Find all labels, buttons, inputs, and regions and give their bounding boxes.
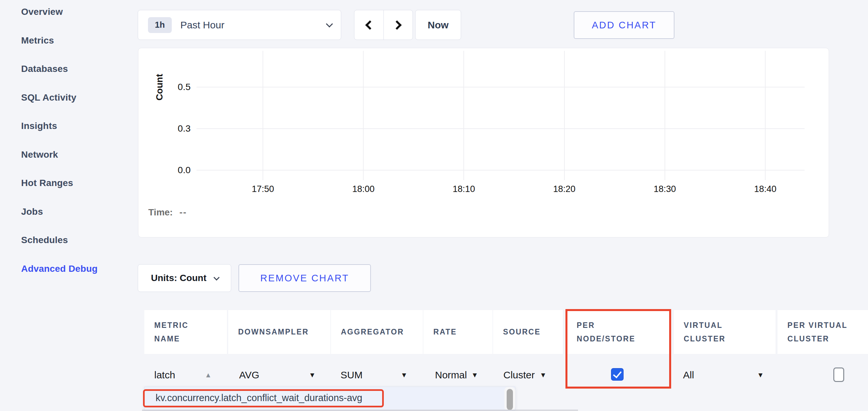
metric-table-header-cell: VIRTUAL CLUSTER	[674, 310, 776, 354]
sidebar-item[interactable]: SQL Activity	[21, 83, 130, 112]
y-tick-label: 0.3	[171, 123, 191, 134]
sidebar-item[interactable]: Metrics	[21, 26, 130, 55]
time-next-button[interactable]	[383, 10, 413, 40]
sidebar-item-label: Advanced Debug	[21, 264, 98, 274]
sidebar-item-label: Metrics	[21, 35, 54, 46]
triangle-down-icon[interactable]: ▼	[757, 371, 764, 378]
y-tick-label: 0.5	[171, 82, 191, 92]
custom-chart-panel[interactable]: Count 0.5 0.3 0.0	[138, 48, 829, 238]
x-tick-label: 17:50	[252, 184, 274, 194]
sidebar-item-label: Network	[21, 149, 58, 160]
sidebar-item[interactable]: Advanced Debug	[21, 255, 130, 283]
virtual-cluster-select[interactable]: All	[683, 370, 694, 381]
metric-table-header-cell: METRIC NAME	[144, 310, 227, 354]
header-label: METRIC NAME	[154, 319, 207, 345]
vertical-gridline	[262, 51, 263, 180]
sidebar-item-label: Schedules	[21, 235, 68, 245]
time-prev-button[interactable]	[354, 10, 383, 40]
units-label: Units: Count	[151, 273, 207, 283]
vertical-gridline	[765, 51, 766, 180]
sidebar-item-label: Jobs	[21, 206, 43, 217]
header-label: AGGREGATOR	[341, 325, 423, 338]
chevron-right-icon	[392, 20, 402, 29]
dropdown-scrollbar-thumb[interactable]	[507, 389, 513, 410]
annotation-box-per-node-store	[565, 309, 671, 388]
x-tick-label: 18:30	[654, 184, 676, 194]
sidebar-item[interactable]: Jobs	[21, 198, 130, 226]
sidebar-item-label: Hot Ranges	[21, 178, 73, 189]
metric-table-header-cell: AGGREGATOR	[331, 310, 423, 354]
header-label: SOURCE	[503, 325, 563, 338]
triangle-down-icon[interactable]: ▼	[401, 371, 408, 378]
advanced-debug-custom-chart-page: Overview Metrics Databases SQL Activity …	[0, 0, 868, 411]
metric-table-header-cell: RATE	[424, 310, 492, 354]
header-label: RATE	[433, 325, 492, 338]
sidebar-item-label: Databases	[21, 64, 68, 74]
sidebar-item-label: Overview	[21, 7, 63, 17]
metric-table-header-cell: PER VIRTUAL CLUSTER	[777, 310, 868, 354]
sidebar-item-label: SQL Activity	[21, 92, 76, 103]
triangle-down-icon[interactable]: ▼	[540, 371, 547, 378]
time-value: --	[179, 207, 187, 217]
time-range-dropdown[interactable]: 1h Past Hour	[138, 10, 341, 40]
sidebar-item[interactable]: Schedules	[21, 226, 130, 255]
time-range-label: Past Hour	[180, 20, 224, 31]
sidebar-item[interactable]: Databases	[21, 55, 130, 83]
x-axis-ticks: 17:50 18:00 18:10 18:20	[263, 51, 765, 180]
time-range-badge: 1h	[148, 17, 172, 33]
metric-table-header-cell: SOURCE	[493, 310, 563, 354]
x-tick-label: 18:20	[553, 184, 576, 194]
dropdown-next-item-edge	[142, 410, 578, 411]
add-chart-button[interactable]: ADD CHART	[574, 11, 675, 39]
annotation-box-suggestion	[143, 389, 384, 407]
vertical-gridline	[664, 51, 665, 180]
y-axis-title: Count	[154, 74, 165, 101]
x-tick-label: 18:40	[754, 184, 776, 194]
sidebar: Overview Metrics Databases SQL Activity …	[21, 0, 130, 283]
vertical-gridline	[463, 51, 464, 180]
header-label: VIRTUAL CLUSTER	[684, 319, 750, 345]
sidebar-item[interactable]: Overview	[21, 0, 130, 26]
chevron-down-icon	[326, 21, 333, 27]
x-tick-label: 18:10	[453, 184, 475, 194]
time-label: Time:	[148, 207, 173, 217]
aggregator-select[interactable]: SUM	[341, 370, 363, 381]
triangle-down-icon[interactable]: ▼	[471, 371, 478, 378]
chevron-down-icon	[213, 274, 219, 280]
sidebar-item[interactable]: Hot Ranges	[21, 169, 130, 198]
metric-table-header-cell: DOWNSAMPLER	[228, 310, 330, 354]
triangle-down-icon[interactable]: ▼	[309, 371, 316, 378]
metric-name-input[interactable]: latch	[154, 370, 175, 381]
x-tick-label: 18:00	[352, 184, 375, 194]
vertical-gridline	[564, 51, 565, 180]
sidebar-item-label: Insights	[21, 121, 57, 131]
sidebar-item[interactable]: Network	[21, 140, 130, 169]
triangle-up-icon[interactable]: ▲	[205, 371, 212, 378]
units-dropdown[interactable]: Units: Count	[138, 264, 231, 292]
now-button[interactable]: Now	[415, 10, 461, 40]
remove-chart-button[interactable]: REMOVE CHART	[239, 264, 371, 292]
sidebar-item[interactable]: Insights	[21, 112, 130, 140]
hover-time-readout: Time:--	[148, 207, 187, 218]
header-label: DOWNSAMPLER	[238, 325, 330, 338]
header-label: PER VIRTUAL CLUSTER	[787, 319, 868, 345]
chevron-left-icon	[365, 20, 375, 29]
vertical-gridline	[363, 51, 364, 180]
y-tick-label: 0.0	[171, 165, 191, 175]
time-step-buttons	[354, 10, 413, 40]
per-virtual-cluster-checkbox[interactable]	[833, 368, 844, 382]
rate-select[interactable]: Normal	[435, 370, 467, 381]
source-select[interactable]: Cluster	[503, 370, 535, 381]
downsampler-select[interactable]: AVG	[239, 370, 259, 381]
